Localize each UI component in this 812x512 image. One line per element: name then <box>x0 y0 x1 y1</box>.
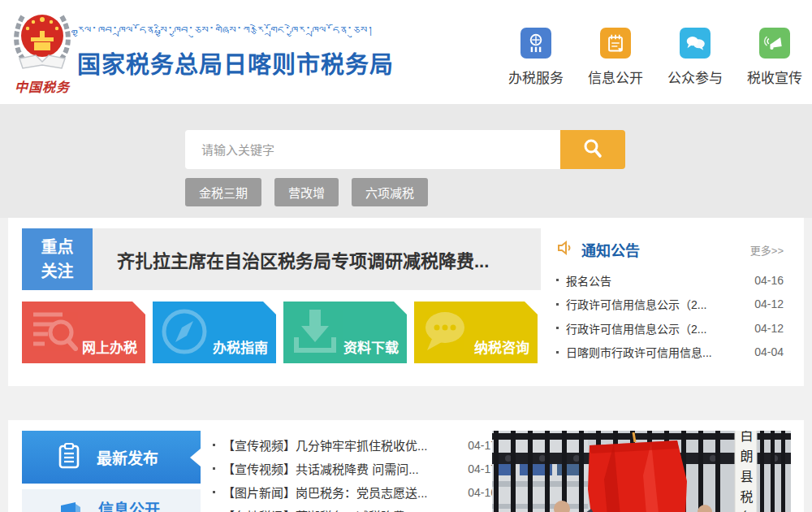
tile-label: 资料下载 <box>343 336 399 357</box>
news-item-title: 【宣传视频】几分钟牢牢抓住税收优... <box>222 436 458 453</box>
tab-label: 信息公开 <box>98 497 160 512</box>
tile-downloads[interactable]: 资料下载 <box>283 302 407 363</box>
notice-item-date: 04-04 <box>754 345 784 358</box>
notice-item[interactable]: 行政许可信用信息公示（2... 04-12 <box>556 316 784 341</box>
notice-more-link[interactable]: 更多>> <box>750 242 784 258</box>
notice-item-title: 行政许可信用信息公示（2... <box>566 320 746 336</box>
tab-label: 最新发布 <box>97 446 158 468</box>
news-list: 【宣传视频】几分钟牢牢抓住税收优... 04-17 【宣传视频】共话减税降费 问… <box>213 433 497 512</box>
news-item[interactable]: 【宣传视频】几分钟牢牢抓住税收优... 04-17 <box>213 433 497 457</box>
nav-label: 信息公开 <box>588 67 643 87</box>
notice-item-date: 04-12 <box>754 322 784 335</box>
site-title: 国家税务总局日喀则市税务局 <box>77 46 394 80</box>
speaker-icon <box>556 239 574 260</box>
tile-consultation[interactable]: 纳税咨询 <box>414 302 538 363</box>
tab-info-disclosure[interactable]: 信息公开 <box>22 489 201 512</box>
info-disclosure-icon <box>54 497 85 512</box>
tile-label: 办税指南 <box>213 336 268 357</box>
nav-tax-publicity[interactable]: 税收宣传 <box>742 28 807 87</box>
key-focus-badge[interactable]: 重点 关注 <box>22 228 93 290</box>
tax-service-icon <box>520 28 551 59</box>
tag-jinshui-phase3[interactable]: 金税三期 <box>185 178 261 206</box>
top-navigation: 办税服务 信息公开 <box>503 28 807 87</box>
notice-panel: 通知公告 更多>> 报名公告 04-16 行政许可信用信息公示（2... 04-… <box>556 218 784 386</box>
clipboard-icon <box>54 441 84 474</box>
focus-headline-link[interactable]: 齐扎拉主席在自治区税务局专项调研减税降费... <box>93 228 541 290</box>
site-header: 中国税务 རྒྱལ་ཁབ་ཁྲལ་དོན་སྤྱི་ཁྱབ་ཅུས་གཞིས་ཀ… <box>0 0 812 104</box>
tile-online-tax[interactable]: 网上办税 <box>22 302 145 363</box>
notice-item[interactable]: 报名公告 04-16 <box>556 268 784 293</box>
tile-tax-guide[interactable]: 办税指南 <box>153 302 276 363</box>
news-item-title: 【图片新闻】岗巴税务：党员志愿送... <box>222 484 458 501</box>
tax-emblem-icon <box>11 63 73 77</box>
nav-label: 公众参与 <box>667 67 723 87</box>
bullet-icon <box>556 279 559 281</box>
bullet-icon <box>213 491 215 493</box>
photo-sign-text: 白朗县税务局 <box>739 431 754 512</box>
tile-label: 纳税咨询 <box>474 336 529 357</box>
notice-item-title: 报名公告 <box>566 272 746 289</box>
news-photo[interactable]: 白朗县税务局 <box>492 431 791 512</box>
doc-search-icon <box>27 305 80 362</box>
bullet-icon <box>556 327 559 329</box>
notice-item-date: 04-12 <box>754 297 784 310</box>
chat-dots-icon <box>419 305 473 362</box>
bullet-icon <box>556 351 559 354</box>
site-title-tibetan: རྒྱལ་ཁབ་ཁྲལ་དོན་སྤྱི་ཁྱབ་ཅུས་གཞིས་ཀ་རྩེ་… <box>77 22 394 41</box>
notice-item[interactable]: 日喀则市行政许可信用信息... 04-04 <box>556 341 784 365</box>
news-card: 最新发布 信息公开 【宣传视频】几分钟牢牢抓住税收优... 04-17 【宣传视… <box>8 420 804 512</box>
news-item[interactable]: 【图片新闻】岗巴税务：党员志愿送... 04-16 <box>213 480 497 504</box>
notice-list: 报名公告 04-16 行政许可信用信息公示（2... 04-12 行政许可信用信… <box>556 268 784 364</box>
news-item[interactable]: 【宣传视频】共话减税降费 问需问... 04-17 <box>213 457 497 480</box>
hot-search-tags: 金税三期 营改增 六项减税 <box>185 178 441 206</box>
tile-label: 网上办税 <box>82 336 137 357</box>
nav-info-disclosure[interactable]: 信息公开 <box>583 28 648 87</box>
nav-label: 办税服务 <box>508 67 564 87</box>
search-section: 金税三期 营改增 六项减税 <box>0 104 812 218</box>
notepad-icon <box>600 28 631 59</box>
focus-and-notice-card: 重点 关注 齐扎拉主席在自治区税务局专项调研减税降费... 网上办税 <box>8 218 804 386</box>
tab-latest-news[interactable]: 最新发布 <box>22 431 201 484</box>
focus-headline: 齐扎拉主席在自治区税务局专项调研减税降费... <box>117 246 489 272</box>
notice-panel-title: 通知公告 <box>581 239 640 260</box>
logo-wordmark: 中国税务 <box>11 76 73 96</box>
search-icon <box>581 137 604 163</box>
quick-link-tiles: 网上办税 办税指南 资料下载 <box>22 302 538 363</box>
notice-item[interactable]: 行政许可信用信息公示（2... 04-12 <box>556 293 784 317</box>
notice-item-title: 日喀则市行政许可信用信息... <box>566 344 746 360</box>
bullet-icon <box>213 467 215 470</box>
news-item-title: 【宣传视频】共话减税降费 问需问... <box>222 460 458 477</box>
chat-bubbles-icon <box>680 28 710 59</box>
nav-public-participation[interactable]: 公众参与 <box>663 28 728 87</box>
tag-vat-reform[interactable]: 营改增 <box>274 178 339 206</box>
tag-six-tax-cuts[interactable]: 六项减税 <box>352 178 428 206</box>
key-focus-line1: 重点 <box>22 235 93 259</box>
download-icon <box>288 305 342 362</box>
search-button[interactable] <box>560 130 625 169</box>
megaphone-icon <box>759 28 790 59</box>
compass-icon <box>158 305 211 362</box>
news-item-title: 【各地税讯】萨迦税务：减税降费... <box>222 507 458 512</box>
nav-label: 税收宣传 <box>747 67 802 87</box>
search-input[interactable] <box>185 130 560 169</box>
notice-item-date: 04-16 <box>754 274 784 287</box>
site-logo[interactable]: 中国税务 <box>11 5 73 99</box>
news-item[interactable]: 【各地税讯】萨迦税务：减税降费... 04-16 <box>213 504 497 512</box>
bullet-icon <box>556 303 559 306</box>
nav-tax-service[interactable]: 办税服务 <box>503 28 568 87</box>
key-focus-line2: 关注 <box>22 259 93 284</box>
bullet-icon <box>213 444 215 446</box>
notice-item-title: 行政许可信用信息公示（2... <box>566 296 746 312</box>
